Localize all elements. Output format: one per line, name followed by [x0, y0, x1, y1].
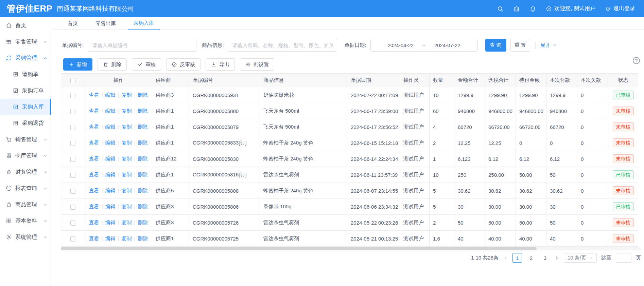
help-icon[interactable]: ? [633, 57, 640, 64]
tab-purchase-inbound[interactable]: 采购入库 [128, 17, 160, 30]
row-action-delete[interactable]: 删除 [138, 188, 148, 193]
row-action-copy[interactable]: 复制 [121, 172, 132, 177]
page-2[interactable]: 2 [526, 253, 536, 263]
tab-retail-outbound[interactable]: 零售出库 [90, 17, 122, 30]
row-action-view[interactable]: 查看 [89, 235, 99, 241]
welcome-user[interactable]: 欢迎您, 测试用户 [546, 5, 595, 12]
expand-text: 展开 [540, 42, 551, 49]
sidebar-item-system-mgmt[interactable]: 系统管理 [0, 229, 51, 245]
row-checkbox[interactable] [70, 125, 75, 130]
prev-page-icon[interactable] [503, 255, 508, 261]
cell-amount: 250 [454, 167, 485, 183]
row-action-delete[interactable]: 删除 [138, 108, 148, 114]
row-checkbox[interactable] [70, 173, 75, 178]
row-action-copy[interactable]: 复制 [121, 92, 132, 98]
unapprove-button[interactable]: 反审核 [166, 58, 201, 71]
row-checkbox[interactable] [70, 93, 75, 98]
row-action-edit[interactable]: 编辑 [105, 140, 116, 146]
row-action-delete[interactable]: 删除 [138, 92, 148, 98]
sidebar-item-retail-mgmt[interactable]: 零售管理 [0, 34, 51, 50]
row-action-edit[interactable]: 编辑 [105, 204, 116, 209]
select-all-checkbox[interactable] [70, 78, 75, 83]
row-action-delete[interactable]: 删除 [138, 235, 148, 241]
row-action-view[interactable]: 查看 [89, 188, 99, 193]
approve-button[interactable]: 审核 [132, 58, 161, 71]
row-checkbox[interactable] [70, 221, 75, 226]
sidebar-item-basic-data[interactable]: 基本资料 [0, 213, 51, 229]
row-checkbox[interactable] [70, 189, 75, 194]
date-range-input[interactable]: 2024-04-22 ~ 2024-07-22 [370, 39, 478, 52]
sidebar-item-purchase-mgmt[interactable]: 采购管理 [0, 50, 51, 66]
row-action-copy[interactable]: 复制 [121, 108, 132, 114]
jump-page-input[interactable] [616, 253, 631, 263]
row-action-delete[interactable]: 删除 [138, 220, 148, 225]
row-action-edit[interactable]: 编辑 [105, 92, 116, 98]
row-action-edit[interactable]: 编辑 [105, 220, 116, 225]
row-checkbox[interactable] [70, 157, 75, 162]
row-action-edit[interactable]: 编辑 [105, 156, 116, 161]
delete-button[interactable]: 删除 [98, 58, 127, 71]
row-action-delete[interactable]: 删除 [138, 204, 148, 209]
row-action-view[interactable]: 查看 [89, 92, 99, 98]
sidebar-item-purchase-inbound[interactable]: 采购入库 [0, 99, 51, 115]
row-action-view[interactable]: 查看 [89, 140, 99, 146]
row-action-delete[interactable]: 删除 [138, 140, 148, 146]
sidebar-item-product-mgmt[interactable]: 商品管理 [0, 196, 51, 213]
page-3[interactable]: 3 [540, 253, 550, 263]
page-size-select[interactable]: 10 条/页 [564, 253, 597, 263]
row-action-view[interactable]: 查看 [89, 172, 99, 177]
sidebar-item-purchase-order[interactable]: 采购订单 [0, 82, 51, 99]
row-action-edit[interactable]: 编辑 [105, 124, 116, 130]
row-action-view[interactable]: 查看 [89, 220, 99, 225]
bank-icon[interactable] [513, 5, 520, 12]
add-button[interactable]: 新增 [63, 58, 92, 71]
row-action-delete[interactable]: 删除 [138, 124, 148, 130]
row-action-copy[interactable]: 复制 [121, 204, 132, 209]
sidebar-item-report-query[interactable]: 报表查询 [0, 180, 51, 196]
sidebar-item-warehouse-mgmt[interactable]: 仓库管理 [0, 148, 51, 164]
row-action-edit[interactable]: 编辑 [105, 172, 116, 177]
column-settings-button[interactable]: 列设置 [240, 58, 274, 71]
product-info-input[interactable] [228, 39, 337, 52]
scrollbar-thumb[interactable] [61, 247, 537, 250]
row-action-copy[interactable]: 复制 [121, 156, 132, 161]
logout-button[interactable]: 退出登录 [605, 5, 635, 12]
row-checkbox[interactable] [70, 205, 75, 210]
row-action-delete[interactable]: 删除 [138, 156, 148, 161]
search-icon[interactable] [497, 5, 504, 12]
search-button[interactable]: 查 询 [485, 39, 506, 52]
sidebar-item-purchase-request[interactable]: 请购单 [0, 66, 51, 82]
date-from[interactable]: 2024-04-22 [387, 42, 414, 48]
row-action-view[interactable]: 查看 [89, 124, 99, 130]
order-no-input[interactable] [88, 39, 196, 52]
row-action-view[interactable]: 查看 [89, 108, 99, 114]
tab-home[interactable]: 首页 [62, 17, 84, 30]
row-action-edit[interactable]: 编辑 [105, 188, 116, 193]
row-action-copy[interactable]: 复制 [121, 235, 132, 241]
row-action-copy[interactable]: 复制 [121, 220, 132, 225]
row-action-edit[interactable]: 编辑 [105, 235, 116, 241]
row-action-view[interactable]: 查看 [89, 156, 99, 161]
export-button[interactable]: 导出 [206, 58, 235, 71]
bell-icon[interactable] [529, 5, 536, 12]
date-to[interactable]: 2024-07-22 [434, 42, 460, 48]
row-action-delete[interactable]: 删除 [138, 172, 148, 177]
next-page-icon[interactable] [554, 255, 559, 261]
page-1[interactable]: 1 [512, 253, 522, 263]
sidebar-item-finance-mgmt[interactable]: 财务管理 [0, 164, 51, 180]
row-action-copy[interactable]: 复制 [121, 188, 132, 193]
row-checkbox[interactable] [70, 109, 75, 114]
sidebar-item-purchase-return[interactable]: 采购退货 [0, 115, 51, 131]
row-checkbox[interactable] [70, 236, 75, 242]
chevron-down-icon [589, 256, 593, 260]
row-action-view[interactable]: 查看 [89, 204, 99, 209]
row-action-copy[interactable]: 复制 [121, 124, 132, 130]
sidebar-item-home[interactable]: 首页 [0, 17, 51, 34]
sidebar-item-sales-mgmt[interactable]: 销售管理 [0, 131, 51, 148]
row-action-copy[interactable]: 复制 [121, 140, 132, 146]
expand-link[interactable]: 展开 [540, 42, 557, 49]
reset-button[interactable]: 重 置 [510, 39, 530, 52]
cabinet-icon [6, 153, 12, 159]
row-checkbox[interactable] [70, 141, 75, 146]
row-action-edit[interactable]: 编辑 [105, 108, 116, 114]
